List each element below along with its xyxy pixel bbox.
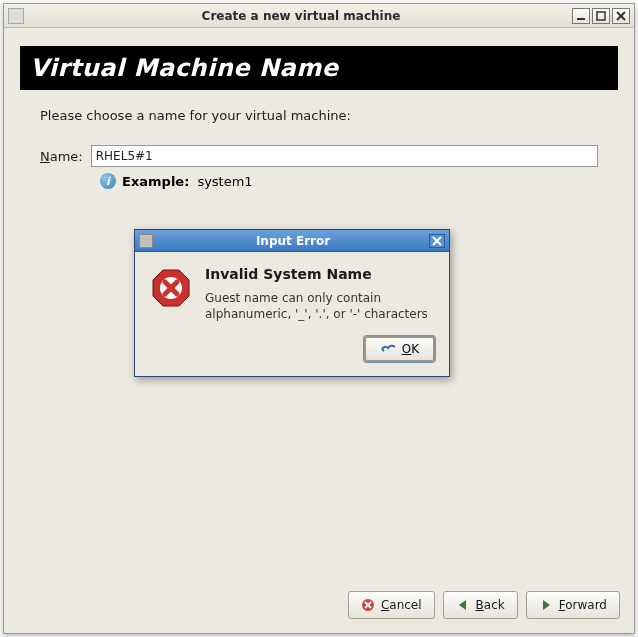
dialog-app-icon — [139, 234, 153, 248]
wizard-content: Virtual Machine Name Please choose a nam… — [4, 46, 634, 189]
close-icon — [616, 11, 626, 21]
example-value: system1 — [197, 174, 252, 189]
forward-arrow-icon — [539, 598, 553, 612]
minimize-button[interactable] — [572, 8, 590, 24]
window: Create a new virtual machine Virtual Mac… — [3, 3, 635, 634]
wizard-button-bar: Cancel Back Forward — [348, 591, 620, 619]
name-row: Name: — [40, 145, 598, 167]
close-icon — [432, 236, 442, 246]
close-button[interactable] — [612, 8, 630, 24]
name-input[interactable] — [91, 145, 598, 167]
cancel-icon — [361, 598, 375, 612]
cancel-button[interactable]: Cancel — [348, 591, 435, 619]
back-arrow-icon — [456, 598, 470, 612]
forward-button[interactable]: Forward — [526, 591, 620, 619]
error-icon — [151, 268, 191, 308]
cancel-label: Cancel — [381, 598, 422, 612]
back-button[interactable]: Back — [443, 591, 518, 619]
name-label: Name: — [40, 149, 83, 164]
dialog-close-button[interactable] — [429, 234, 445, 248]
ok-icon — [380, 341, 396, 358]
page-prompt: Please choose a name for your virtual ma… — [40, 108, 606, 123]
ok-button[interactable]: OK — [364, 336, 435, 362]
maximize-icon — [596, 11, 606, 21]
app-menu-icon[interactable] — [8, 8, 24, 24]
svg-rect-1 — [597, 12, 605, 20]
example-row: i Example: system1 — [100, 173, 598, 189]
page-heading: Virtual Machine Name — [20, 46, 618, 90]
forward-label: Forward — [559, 598, 607, 612]
dialog-message: Guest name can only contain alphanumeric… — [205, 290, 433, 322]
info-icon: i — [100, 173, 116, 189]
back-label: Back — [476, 598, 505, 612]
minimize-icon — [576, 11, 586, 21]
example-label: Example: — [122, 174, 189, 189]
maximize-button[interactable] — [592, 8, 610, 24]
dialog-heading: Invalid System Name — [205, 266, 433, 282]
dialog-title: Input Error — [157, 234, 429, 248]
window-title: Create a new virtual machine — [30, 9, 572, 23]
ok-label: OK — [402, 342, 419, 356]
window-titlebar[interactable]: Create a new virtual machine — [4, 4, 634, 28]
error-dialog: Input Error Invalid System Name Guest na… — [134, 229, 450, 377]
dialog-titlebar[interactable]: Input Error — [135, 230, 449, 252]
